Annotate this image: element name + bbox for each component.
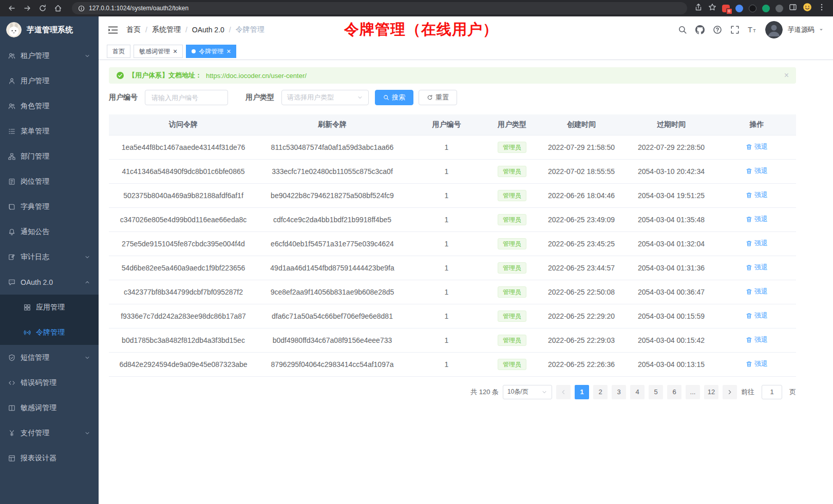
user-id-label: 用户编号 [109,93,138,102]
goto-page-input[interactable] [762,385,782,399]
chevron-left-icon [560,389,566,395]
font-size-button[interactable]: TT [748,25,757,34]
sidebar-item-14[interactable]: 敏感词管理 [0,395,99,420]
extension-icon[interactable] [735,5,743,12]
user-avatar[interactable] [765,21,783,38]
alert-doc-link[interactable]: https://doc.iocoder.cn/user-center/ [206,72,307,80]
github-button[interactable] [695,25,705,34]
sidebar-item-label: 用户管理 [21,76,90,86]
force-logout-button[interactable]: 强退 [746,335,768,344]
fullscreen-button[interactable] [730,25,740,34]
search-menu-button[interactable] [678,25,687,34]
sidebar-item-7[interactable]: 通知公告 [0,219,99,244]
page-ellipsis[interactable]: ... [686,385,700,399]
profile-avatar[interactable] [803,3,812,14]
user-id-cell: 1 [407,256,486,280]
sidebar-item-1[interactable]: 用户管理 [0,68,99,93]
breadcrumb-item[interactable]: OAuth 2.0 [192,26,224,34]
extension-badge: 0 [726,8,732,14]
sidebar-item-label: 令牌管理 [36,328,90,337]
sidebar-item-2[interactable]: 角色管理 [0,93,99,119]
tab-2[interactable]: 令牌管理× [186,45,236,58]
page-button-1[interactable]: 1 [575,385,589,399]
breadcrumb-item[interactable]: 系统管理 [152,25,181,34]
tab-close-icon[interactable]: × [173,48,177,55]
search-button[interactable]: 搜索 [375,90,413,105]
sidebar-item-label: OAuth 2.0 [21,278,84,286]
reset-button[interactable]: 重置 [419,90,457,105]
browser-forward-button[interactable] [21,2,34,15]
info-alert: 【用户体系】文档地址： https://doc.iocoder.cn/user-… [109,67,796,84]
force-logout-button[interactable]: 强退 [746,166,768,176]
sidebar-item-12[interactable]: 短信管理 [0,345,99,370]
search-icon [678,25,687,34]
user-name[interactable]: 芋道源码 [788,25,815,34]
page-button-3[interactable]: 3 [612,385,626,399]
refresh-token-cell: 9ce8ef2aa9f14056b831ae9b608e28d5 [258,280,407,304]
docs-help-button[interactable] [713,25,722,34]
sidebar-item-15[interactable]: 支付管理 [0,420,99,445]
force-logout-button[interactable]: 强退 [746,215,768,224]
access-token-cell: c347026e805e4d99b0d116eae66eda8c [109,207,258,231]
side-panel-button[interactable] [789,3,797,13]
sidebar-item-5[interactable]: 岗位管理 [0,169,99,194]
sidebar-item-8[interactable]: 审计日志 [0,244,99,269]
breadcrumb-separator: / [229,26,231,34]
sidebar-item-3[interactable]: 菜单管理 [0,119,99,144]
sidebar-item-11[interactable]: 令牌管理 [0,320,99,345]
page-button-6[interactable]: 6 [667,385,681,399]
table-row: 6d842e2924594de9a09e45e087323abe8796295f… [109,352,796,376]
browser-reload-button[interactable] [36,2,49,15]
sidebar-item-label: 通知公告 [21,227,90,237]
page-button-5[interactable]: 5 [649,385,663,399]
app-logo[interactable]: 芋道管理系统 [0,16,99,43]
sidebar-item-4[interactable]: 部门管理 [0,144,99,169]
tab-0[interactable]: 首页 [107,45,130,58]
column-header: 用户编号 [407,114,486,135]
page-size-select[interactable]: 10条/页 [503,385,552,399]
breadcrumb-item[interactable]: 首页 [126,25,141,34]
force-logout-button[interactable]: 强退 [746,263,768,272]
extension-icon[interactable] [762,5,770,12]
sidebar-item-6[interactable]: 字典管理 [0,194,99,219]
extension-icon[interactable]: 0 [722,5,730,12]
extension-icon[interactable] [749,5,756,12]
force-logout-label: 强退 [754,215,768,224]
user-type-select[interactable]: 请选择用户类型 [281,90,369,105]
sidebar-item-16[interactable]: 报表设计器 [0,445,99,471]
force-logout-button[interactable]: 强退 [746,142,768,151]
prev-page-button[interactable] [556,385,571,399]
tab-1[interactable]: 敏感词管理× [134,45,183,58]
extension-icon[interactable] [775,5,783,12]
sidebar-item-13[interactable]: 错误码管理 [0,370,99,395]
user-id-input[interactable] [145,90,228,105]
expire-time-cell: 2054-03-04 01:32:04 [625,231,717,256]
alert-close-icon[interactable]: × [784,71,789,80]
force-logout-button[interactable]: 强退 [746,359,768,369]
bookmark-button[interactable] [708,3,716,13]
force-logout-button[interactable]: 强退 [746,287,768,296]
next-page-button[interactable] [723,385,737,399]
sidebar-collapse-button[interactable] [108,26,118,34]
tab-close-icon[interactable]: × [226,48,231,55]
force-logout-button[interactable]: 强退 [746,190,768,200]
browser-home-button[interactable] [51,2,65,15]
sidebar-item-9[interactable]: OAuth 2.0 [0,269,99,295]
sidebar-item-label: 报表设计器 [21,454,90,463]
caret-down-icon[interactable] [819,27,824,32]
browser-back-button[interactable] [5,2,18,15]
site-info-icon[interactable] [78,5,85,12]
sidebar-item-0[interactable]: 租户管理 [0,43,99,68]
page-list: 123456...12 [575,385,718,399]
force-logout-button[interactable]: 强退 [746,239,768,248]
fullscreen-icon [730,25,740,34]
page-button-2[interactable]: 2 [593,385,608,399]
refresh-token-cell: e6cfd40eb1f54571a31e775e039c4624 [258,231,407,256]
address-bar[interactable]: 127.0.0.1:1024/system/oauth2/token [72,2,687,14]
share-button[interactable] [694,3,703,13]
force-logout-button[interactable]: 强退 [746,311,768,320]
page-button-4[interactable]: 4 [630,385,645,399]
sidebar-item-10[interactable]: 应用管理 [0,295,99,320]
page-button-12[interactable]: 12 [704,385,718,399]
browser-menu-button[interactable] [818,3,826,13]
